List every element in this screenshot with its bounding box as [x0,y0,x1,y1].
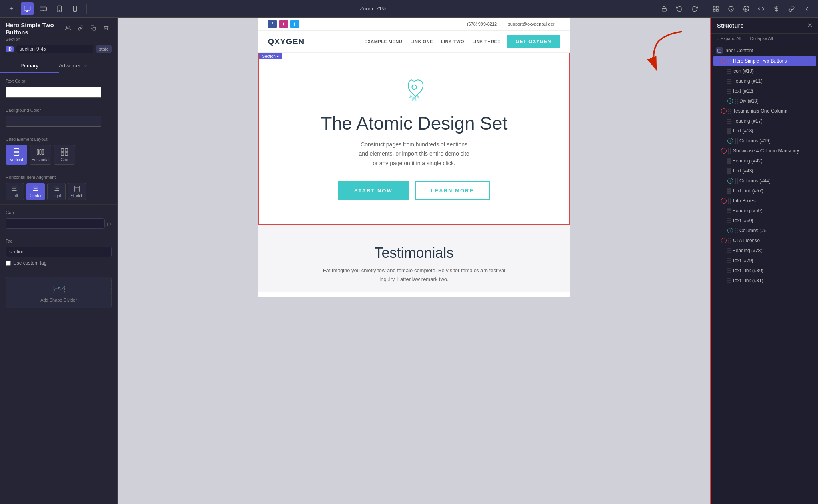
tree-heading-11[interactable]: Heading (#11) [713,76,816,86]
tree-text-43[interactable]: Text (#43) [713,166,816,176]
tree-icon-10[interactable]: Icon (#10) [713,66,816,76]
state-button[interactable]: state [96,45,112,53]
redo-btn[interactable] [688,2,701,15]
tree-columns-61[interactable]: + Columns (#61) [713,226,816,235]
mobile-btn[interactable] [69,2,81,15]
nav-link-one[interactable]: LINK ONE [410,39,433,44]
bg-color-swatch[interactable] [6,116,101,127]
tree-columns-44[interactable]: + Columns (#44) [713,176,816,186]
tree-div-13[interactable]: + Div (#13) [713,96,816,106]
layout-vertical-label: Vertical [10,158,23,162]
history-btn[interactable] [725,2,737,15]
tree-heading-42[interactable]: Heading (#42) [713,156,816,166]
hero-toggle[interactable]: − [721,58,727,64]
add-shape-divider[interactable]: Add Shape Divider [6,277,112,308]
nav-example-menu[interactable]: EXAMPLE MENU [365,39,403,44]
text-color-swatch[interactable] [6,87,101,98]
tab-advanced[interactable]: Advanced [59,59,117,73]
zoom-label[interactable]: Zoom: 71% [360,6,386,12]
tablet-portrait-btn[interactable] [53,2,66,15]
expand-all-link[interactable]: ↓ Expand All [717,36,741,41]
user-icon-btn[interactable] [62,22,73,34]
link-btn[interactable] [785,2,798,15]
link-icon-btn[interactable] [75,22,86,34]
copy-icon-btn[interactable] [88,22,99,34]
left-panel-header: Hero Simple Two Buttons Section [0,18,117,56]
align-center-btn[interactable]: Center [26,183,45,200]
tree-infoboxes-section[interactable]: − Info Boxes [713,196,816,206]
id-input[interactable] [16,45,93,53]
add-btn[interactable]: ＋ [5,2,18,15]
div-13-toggle[interactable]: + [727,98,733,104]
tree-text-79[interactable]: Text (#79) [713,256,816,265]
desktop-btn[interactable] [21,2,34,15]
settings-btn[interactable] [740,2,752,15]
tree-textlink-81[interactable]: Text Link (#81) [713,276,816,285]
tree-text-18[interactable]: Text (#18) [713,126,816,136]
learn-more-btn[interactable]: LEARN MORE [415,181,490,200]
tree-cta-section[interactable]: − CTA License [713,236,816,245]
align-left-btn[interactable]: Left [6,183,24,200]
get-oxygen-btn[interactable]: GET OXYGEN [507,35,560,48]
component-subtitle: Section [6,37,62,42]
tag-select[interactable]: section div article main [6,247,112,257]
gap-input[interactable] [6,218,105,229]
nav-link-three[interactable]: LINK THREE [472,39,500,44]
gap-unit: px [107,221,112,226]
lock-btn[interactable] [658,2,671,15]
custom-tag-label[interactable]: Use custom tag [13,260,46,266]
tree-textlink-57[interactable]: Text Link (#57) [713,186,816,196]
columns-44-toggle[interactable]: + [727,178,733,184]
tree-heading-78[interactable]: Heading (#78) [713,246,816,255]
align-options: Left Center Right [6,183,112,200]
heading-42-label: Heading (#42) [732,158,762,164]
infoboxes-toggle[interactable]: − [721,198,727,204]
layout-grid-btn[interactable]: Grid [54,145,75,165]
testimonials-toggle[interactable]: − [721,108,727,114]
textlink-80-label: Text Link (#80) [732,268,764,273]
facebook-icon[interactable]: f [268,20,277,28]
showcase-toggle[interactable]: − [721,148,727,154]
tree-columns-19[interactable]: + Columns (#19) [713,136,816,146]
custom-tag-checkbox[interactable] [6,261,11,266]
child-layout-section: Child Element Layout Vertical [0,131,117,169]
tablet-landscape-btn[interactable] [37,2,50,15]
columns-61-toggle[interactable]: + [727,228,733,233]
right-panel-close-btn[interactable]: ✕ [807,22,812,29]
tabs-row: Primary Advanced [0,59,117,73]
cta-toggle[interactable]: − [721,238,727,243]
tree-textlink-80[interactable]: Text Link (#80) [713,266,816,275]
collapse-all-link[interactable]: ↑ Collapse All [747,36,773,41]
tree-inner-content[interactable]: Inner Content [713,45,816,56]
layout-horizontal-btn[interactable]: Horizontal [30,145,51,165]
tree-text-12[interactable]: Text (#12) [713,86,816,96]
code-btn[interactable] [755,2,768,15]
tree-testimonials-section[interactable]: − Testimonials One Column [713,106,816,116]
align-right-btn[interactable]: Right [47,183,66,200]
align-stretch-btn[interactable]: Stretch [68,183,86,200]
tree-hero-section[interactable]: − Hero Simple Two Buttons [713,56,816,66]
canvas-inner: f ✦ t (678) 999-8212 support@oxygenbuild… [118,18,710,504]
undo-btn[interactable] [673,2,686,15]
tree-text-60[interactable]: Text (#60) [713,216,816,225]
svg-point-6 [75,10,75,11]
tree-heading-17[interactable]: Heading (#17) [713,116,816,126]
heading-11-label: Heading (#11) [732,78,762,84]
grid-btn[interactable] [770,2,783,15]
section-label[interactable]: Section ▾ [259,53,282,59]
delete-icon-btn[interactable] [101,22,112,34]
svg-rect-38 [75,188,79,190]
instagram-icon[interactable]: ✦ [279,20,288,28]
tree-showcase-section[interactable]: − Showcase 4 Column Mansonry [713,146,816,156]
svg-point-42 [412,85,416,89]
layout-btn[interactable] [709,2,722,15]
columns-19-toggle[interactable]: + [727,138,733,144]
drag-handle-columns19 [735,138,738,144]
tree-heading-59[interactable]: Heading (#59) [713,206,816,215]
start-now-btn[interactable]: START NOW [338,181,409,200]
twitter-icon[interactable]: t [290,20,299,28]
more-btn[interactable] [800,2,813,15]
nav-link-two[interactable]: LINK TWO [441,39,464,44]
tab-primary[interactable]: Primary [0,59,59,73]
layout-vertical-btn[interactable]: Vertical [6,145,27,165]
